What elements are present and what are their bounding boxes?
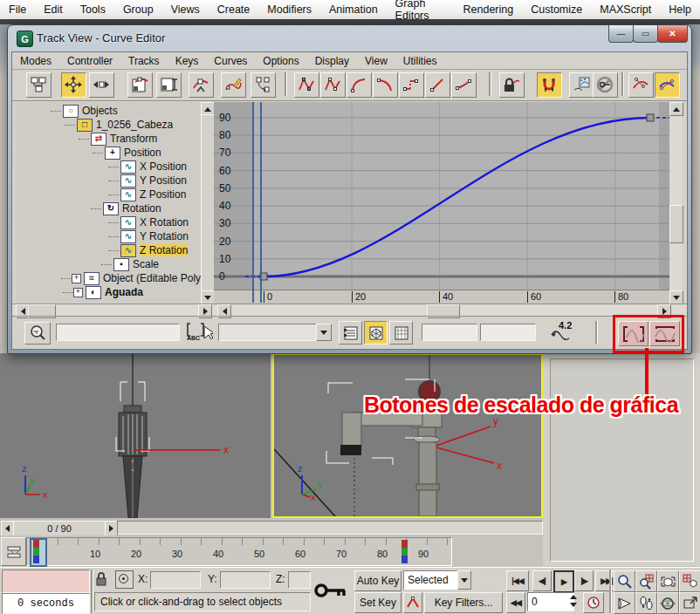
- time-tag-display[interactable]: 0 seconds: [2, 593, 90, 614]
- tree-item-position[interactable]: +Position: [16, 146, 161, 160]
- time-slider-next-button[interactable]: [105, 521, 118, 536]
- go-to-start-button[interactable]: |◀◀: [506, 570, 529, 591]
- menu-modifiers[interactable]: Modifiers: [258, 3, 320, 16]
- snap-frames-button[interactable]: [537, 72, 562, 98]
- add-keys-button[interactable]: [189, 72, 214, 98]
- close-button[interactable]: ✕: [657, 25, 688, 43]
- parameter-out-of-range-button[interactable]: [569, 72, 594, 98]
- zoom-viewport-button[interactable]: [614, 570, 635, 592]
- menu-rendering[interactable]: Rendering: [455, 3, 523, 16]
- time-configuration-button[interactable]: [583, 592, 604, 613]
- tree-item-transform[interactable]: ⇄Transform: [16, 132, 157, 146]
- wmenu-keys[interactable]: Keys: [168, 55, 207, 67]
- viewport-front[interactable]: x z y x: [0, 353, 271, 518]
- keyframe-marker-90[interactable]: [401, 540, 408, 563]
- wmenu-utilities[interactable]: Utilities: [395, 55, 445, 67]
- scroll-down-button[interactable]: [669, 290, 683, 304]
- menu-tools[interactable]: Tools: [72, 3, 114, 16]
- reduce-keys-button[interactable]: [250, 72, 276, 98]
- zoom-extents-all-button[interactable]: [679, 570, 700, 592]
- wmenu-display[interactable]: Display: [307, 55, 357, 67]
- selection-lock-icon[interactable]: [95, 571, 107, 587]
- set-tangents-step-button[interactable]: [399, 72, 424, 98]
- minimize-button[interactable]: —: [608, 25, 634, 43]
- next-frame-button[interactable]: |▶: [574, 570, 594, 591]
- tree-item-aguada[interactable]: +◐Aguada: [16, 285, 143, 299]
- menu-create[interactable]: Create: [209, 3, 259, 16]
- selection-set-dropdown[interactable]: Selected: [403, 570, 463, 590]
- set-tangents-linear-button[interactable]: [425, 72, 450, 98]
- zoom-all-button[interactable]: [635, 570, 657, 592]
- x-coordinate-field[interactable]: [150, 571, 201, 589]
- tree-item-z-position[interactable]: ∿Z Position: [16, 188, 186, 201]
- key-filters-button[interactable]: Key Filters...: [424, 592, 503, 613]
- scroll-down-button[interactable]: [201, 290, 215, 304]
- menu-edit[interactable]: Edit: [35, 3, 72, 16]
- track-set-dropdown[interactable]: [218, 324, 318, 341]
- scroll-up-button[interactable]: [669, 102, 683, 116]
- filters-button[interactable]: [26, 72, 51, 98]
- wmenu-curves[interactable]: Curves: [206, 55, 255, 67]
- set-tangents-custom-button[interactable]: [320, 72, 346, 98]
- set-keys-key-icon[interactable]: [311, 570, 351, 611]
- default-in-out-tangents-button[interactable]: [403, 592, 422, 613]
- scrollbar-thumb[interactable]: [201, 114, 215, 292]
- tree-item-rotation[interactable]: ↻Rotation: [16, 201, 161, 215]
- menu-views[interactable]: Views: [162, 3, 209, 16]
- scale-values-button[interactable]: [156, 72, 182, 98]
- track-view-window[interactable]: G Track View - Curve Editor — ▭ ✕ Modes …: [7, 24, 692, 354]
- walk-through-button[interactable]: [635, 592, 657, 614]
- zoom-selected-object-button[interactable]: [24, 322, 51, 345]
- show-keyable-icons-button[interactable]: [593, 72, 618, 98]
- orbit-button[interactable]: [657, 592, 679, 614]
- menu-maxscript[interactable]: MAXScript: [591, 3, 660, 16]
- expand-icon[interactable]: +: [72, 274, 81, 283]
- frame-field-spinner[interactable]: [569, 592, 580, 611]
- selection-set-dropdown-arrow[interactable]: [457, 570, 471, 590]
- maximize-button[interactable]: ▭: [633, 25, 658, 43]
- menu-customize[interactable]: Customize: [522, 3, 591, 16]
- wmenu-modes[interactable]: Modes: [12, 55, 59, 67]
- menu-group[interactable]: Group: [114, 3, 162, 16]
- key-value-field[interactable]: [480, 324, 536, 341]
- show-tangents-button[interactable]: [628, 72, 654, 98]
- open-mini-curve-editor-button[interactable]: [1, 537, 26, 566]
- tree-item-objects[interactable]: ○Objects: [16, 104, 118, 118]
- time-ruler[interactable]: 0 20 40 60 80: [214, 290, 669, 304]
- dope-sheet-layout-button[interactable]: [389, 321, 413, 345]
- y-coordinate-field[interactable]: [220, 571, 271, 589]
- key-time-field[interactable]: [422, 324, 477, 341]
- track-selection-field[interactable]: [56, 324, 180, 341]
- draw-curves-button[interactable]: [221, 72, 246, 98]
- wmenu-controller[interactable]: Controller: [59, 55, 120, 67]
- current-frame-field[interactable]: 0: [527, 592, 574, 611]
- absolute-mode-transform-icon[interactable]: [115, 570, 134, 589]
- tree-scrollbar[interactable]: [201, 102, 213, 303]
- lock-tangents-button[interactable]: [499, 72, 525, 98]
- time-slider-prev-button[interactable]: [1, 521, 14, 536]
- wmenu-tracks[interactable]: Tracks: [120, 55, 168, 67]
- slide-keys-button[interactable]: [89, 72, 114, 98]
- maximize-viewport-toggle-button[interactable]: [679, 592, 700, 614]
- time-slider-grip[interactable]: 0 / 90: [13, 521, 106, 536]
- time-slider-track[interactable]: [117, 521, 543, 535]
- set-tangents-slow-button[interactable]: [373, 72, 398, 98]
- menu-file[interactable]: File: [0, 3, 35, 16]
- scale-keys-button[interactable]: [127, 72, 153, 98]
- tree-item-object-editable-poly[interactable]: +≈Object (Editable Poly): [16, 271, 201, 285]
- field-of-view-button[interactable]: [614, 592, 635, 614]
- viewport-perspective-active[interactable]: y x z x y: [272, 353, 543, 518]
- z-coordinate-field[interactable]: [288, 571, 311, 589]
- auto-key-button[interactable]: Auto Key: [354, 570, 401, 591]
- track-bar-ruler[interactable]: 10 20 30 40 50 60 70 80 90: [26, 537, 452, 566]
- maxscript-mini-listener[interactable]: [2, 570, 90, 593]
- key-mode-toggle-button[interactable]: ◀◀: [506, 592, 525, 613]
- set-tangents-auto-button[interactable]: [294, 72, 319, 98]
- current-time-indicator[interactable]: [252, 102, 262, 303]
- tree-item-scale[interactable]: ▪Scale: [16, 257, 159, 271]
- tree-item-y-position[interactable]: ∿Y Position: [16, 174, 187, 188]
- show-geometry-button[interactable]: [364, 321, 388, 345]
- expand-icon[interactable]: +: [73, 288, 83, 297]
- time-slider-frame-marker[interactable]: [30, 538, 47, 567]
- key-frame-90[interactable]: [647, 114, 654, 121]
